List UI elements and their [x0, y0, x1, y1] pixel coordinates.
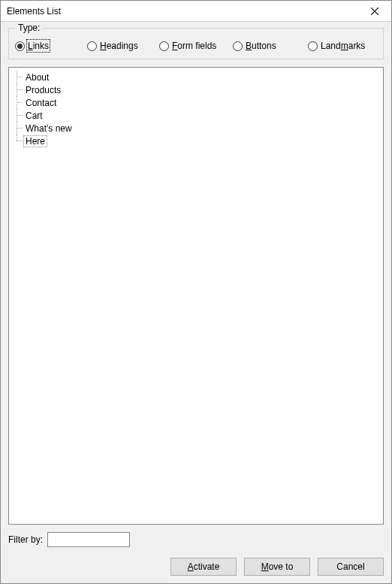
elements-list-dialog: Elements List Type: LinksHeadingsForm fi…: [0, 0, 392, 584]
type-radio-label-2: Form fields: [172, 41, 216, 51]
close-button[interactable]: [358, 1, 391, 22]
list-item-label: Contact: [24, 98, 58, 108]
list-item-label: Here: [24, 136, 47, 147]
moveto-button-post: ove to: [269, 561, 294, 572]
moveto-button-hotkey: M: [261, 561, 269, 572]
window-title: Elements List: [7, 6, 61, 17]
tree-connector-icon: [14, 96, 24, 109]
radio-icon: [308, 41, 318, 51]
close-icon: [371, 8, 378, 15]
filter-label: Filter by:: [8, 534, 43, 545]
cancel-button-label: Cancel: [336, 561, 364, 572]
filter-input[interactable]: [47, 532, 130, 547]
radio-icon: [87, 41, 97, 51]
activate-button-hotkey: A: [188, 561, 194, 572]
titlebar: Elements List: [1, 1, 391, 22]
type-radio-4[interactable]: Landmarks: [308, 41, 365, 51]
tree-connector-icon: [14, 83, 24, 96]
list-item[interactable]: Products: [11, 83, 381, 96]
radio-icon: [159, 41, 169, 51]
type-radio-0[interactable]: Links: [15, 41, 87, 51]
list-item[interactable]: Here: [11, 135, 381, 147]
type-radio-1[interactable]: Headings: [87, 41, 159, 51]
list-item-label: About: [24, 72, 50, 83]
type-radio-3[interactable]: Buttons: [233, 41, 308, 51]
type-radio-label-1: Headings: [100, 41, 138, 51]
type-radio-label-3: Buttons: [246, 41, 276, 51]
list-item[interactable]: Contact: [11, 96, 381, 109]
tree-connector-icon: [14, 109, 24, 122]
tree-connector-icon: [14, 71, 24, 83]
list-item-label: Products: [24, 85, 62, 95]
list-item[interactable]: Cart: [11, 109, 381, 122]
list-item-label: What's new: [24, 123, 74, 134]
type-radio-label-4: Landmarks: [321, 41, 365, 51]
activate-button[interactable]: Activate: [170, 558, 237, 576]
list-item[interactable]: About: [11, 71, 381, 83]
type-radio-2[interactable]: Form fields: [159, 41, 233, 51]
radio-icon: [15, 41, 25, 51]
activate-button-post: ctivate: [194, 561, 220, 572]
tree-connector-icon: [14, 135, 24, 147]
radio-icon: [233, 41, 243, 51]
type-radio-label-0: Links: [28, 41, 49, 51]
cancel-button[interactable]: Cancel: [318, 558, 384, 576]
list-item[interactable]: What's new: [11, 122, 381, 135]
type-groupbox: Type: LinksHeadingsForm fieldsButtonsLan…: [8, 28, 384, 59]
elements-listbox[interactable]: AboutProductsContactCartWhat's newHere: [8, 67, 384, 525]
button-row: Activate Move to Cancel: [8, 558, 384, 576]
filter-row: Filter by:: [8, 532, 384, 547]
list-item-label: Cart: [24, 110, 44, 121]
tree-connector-icon: [14, 122, 24, 135]
type-label: Type:: [15, 23, 43, 33]
move-to-button[interactable]: Move to: [244, 558, 310, 576]
type-radio-row: LinksHeadingsForm fieldsButtonsLandmarks: [15, 38, 377, 51]
dialog-body: Type: LinksHeadingsForm fieldsButtonsLan…: [1, 22, 391, 583]
